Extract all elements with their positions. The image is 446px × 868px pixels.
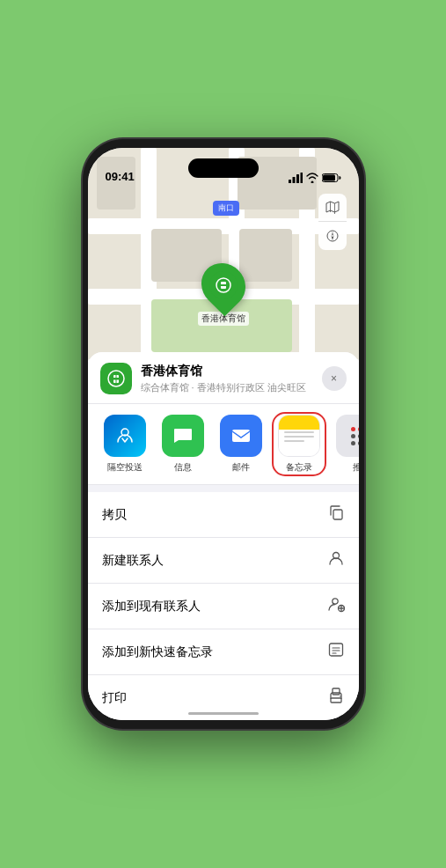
location-marker: 香港体育馆	[198, 262, 249, 326]
svg-rect-3	[300, 173, 303, 183]
share-row: 隔空投送 信息	[88, 404, 359, 485]
add-note-icon	[327, 641, 345, 663]
sheet-header: 香港体育馆 综合体育馆 · 香港特别行政区 油尖旺区 ×	[88, 352, 359, 404]
compass-button[interactable]	[318, 222, 347, 250]
message-icon	[162, 415, 204, 457]
action-new-contact[interactable]: 新建联系人	[88, 538, 359, 584]
svg-marker-13	[331, 236, 333, 240]
wifi-icon	[306, 173, 318, 183]
svg-rect-31	[333, 688, 340, 695]
copy-label: 拷贝	[102, 507, 127, 523]
airdrop-label: 隔空投送	[107, 461, 143, 474]
venue-info: 香港体育馆 综合体育馆 · 香港特别行政区 油尖旺区	[141, 364, 313, 394]
status-icons	[289, 173, 341, 183]
message-label: 信息	[174, 461, 192, 474]
svg-marker-12	[331, 232, 333, 236]
print-icon	[327, 687, 345, 709]
battery-icon	[322, 173, 341, 183]
svg-rect-26	[329, 644, 342, 656]
airdrop-icon	[104, 415, 146, 457]
more-icon	[336, 415, 359, 457]
add-contact-icon	[327, 595, 345, 617]
svg-rect-30	[331, 698, 341, 702]
svg-rect-1	[292, 177, 295, 183]
venue-subtitle: 综合体育馆 · 香港特别行政区 油尖旺区	[141, 381, 313, 394]
phone-screen: 09:41	[88, 148, 359, 720]
share-mail[interactable]: 邮件	[216, 415, 266, 474]
dynamic-island	[188, 158, 259, 178]
map-label-tag: 南口	[213, 201, 239, 216]
close-icon: ×	[331, 372, 337, 385]
svg-rect-0	[289, 180, 291, 183]
svg-point-22	[332, 599, 337, 604]
svg-rect-2	[296, 174, 299, 183]
bottom-sheet: 香港体育馆 综合体育馆 · 香港特别行政区 油尖旺区 ×	[88, 352, 359, 720]
add-note-label: 添加到新快速备忘录	[102, 644, 213, 660]
mail-icon	[220, 415, 262, 457]
new-contact-label: 新建联系人	[102, 553, 164, 569]
map-label-text: 南口	[218, 203, 234, 212]
sheet-close-button[interactable]: ×	[322, 366, 347, 391]
action-add-contact[interactable]: 添加到现有联系人	[88, 584, 359, 629]
svg-rect-19	[232, 430, 250, 442]
home-indicator	[188, 712, 259, 715]
more-label: 推	[353, 461, 359, 474]
notes-icon	[278, 415, 320, 457]
phone-frame: 09:41	[83, 139, 364, 729]
share-more[interactable]: 推	[333, 415, 359, 474]
print-label: 打印	[102, 690, 127, 706]
action-list: 拷贝 新建联系人	[88, 492, 359, 720]
map-controls	[318, 194, 347, 250]
action-add-note[interactable]: 添加到新快速备忘录	[88, 629, 359, 675]
action-copy[interactable]: 拷贝	[88, 492, 359, 538]
new-contact-icon	[327, 549, 345, 571]
map-type-button[interactable]	[318, 194, 347, 222]
marker-pin	[192, 254, 254, 317]
venue-name: 香港体育馆	[141, 364, 313, 379]
svg-rect-20	[333, 510, 342, 519]
mail-label: 邮件	[232, 461, 250, 474]
add-contact-label: 添加到现有联系人	[102, 599, 201, 614]
venue-icon	[100, 363, 132, 394]
svg-rect-5	[323, 175, 335, 181]
svg-rect-8	[219, 284, 228, 286]
signal-icon	[289, 173, 303, 183]
share-message[interactable]: 信息	[158, 415, 208, 474]
svg-point-32	[340, 695, 341, 697]
marker-inner	[209, 271, 238, 299]
share-airdrop[interactable]: 隔空投送	[100, 415, 150, 474]
status-time: 09:41	[106, 170, 135, 183]
notes-label: 备忘录	[286, 461, 312, 474]
copy-icon	[327, 504, 345, 526]
share-notes[interactable]: 备忘录	[274, 415, 324, 474]
